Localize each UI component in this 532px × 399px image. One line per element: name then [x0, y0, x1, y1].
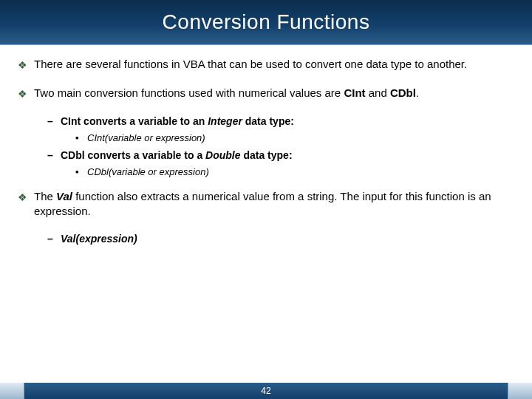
- text-run: and: [366, 86, 390, 99]
- text-bold: CDbl: [390, 86, 416, 99]
- bullet-text: Two main conversion functions used with …: [34, 86, 514, 101]
- sub-sub-bullet-item: ▪ CInt(variable or expression): [75, 132, 514, 145]
- text-bold: CDbl: [61, 149, 85, 161]
- code-text: CInt(variable or expression): [87, 132, 514, 145]
- page-number: 42: [261, 386, 270, 396]
- sub-bullet-text: CInt converts a variable to an Integer d…: [61, 115, 514, 129]
- slide-footer: 42: [0, 383, 532, 399]
- text-bold-italic: Double: [205, 149, 240, 161]
- text-bold: converts a variable to a: [85, 149, 205, 161]
- text-run: function also extracts a numerical value…: [34, 190, 491, 217]
- sub-bullet-item: – Val(expression): [47, 232, 514, 246]
- text-bold: data type:: [241, 149, 293, 161]
- bullet-item: ❖ There are several functions in VBA tha…: [18, 57, 514, 72]
- text-bold: converts a variable to an: [81, 115, 208, 127]
- dash-bullet-icon: –: [47, 149, 61, 163]
- dash-bullet-icon: –: [47, 232, 61, 246]
- diamond-bullet-icon: ❖: [18, 189, 34, 219]
- slide-header: Conversion Functions: [0, 0, 532, 45]
- dash-bullet-icon: –: [47, 115, 61, 129]
- bullet-text: The Val function also extracts a numeric…: [34, 189, 514, 219]
- text-run: .: [416, 86, 419, 99]
- bullet-item: ❖ Two main conversion functions used wit…: [18, 86, 514, 101]
- bullet-item: ❖ The Val function also extracts a numer…: [18, 189, 514, 219]
- sub-bullet-item: – CDbl converts a variable to a Double d…: [47, 149, 514, 163]
- code-text: CDbl(variable or expression): [87, 166, 514, 179]
- slide-title: Conversion Functions: [163, 10, 370, 34]
- slide-content: ❖ There are several functions in VBA tha…: [0, 45, 532, 246]
- diamond-bullet-icon: ❖: [18, 86, 34, 101]
- text-run: Two main conversion functions used with …: [34, 86, 344, 99]
- code-text: Val(expression): [61, 233, 137, 245]
- text-run: The: [34, 190, 56, 202]
- bullet-text: There are several functions in VBA that …: [34, 57, 514, 72]
- text-bold-italic: Integer: [208, 115, 242, 127]
- sub-bullet-item: – CInt converts a variable to an Integer…: [47, 115, 514, 129]
- text-bold: CInt: [344, 86, 365, 99]
- sub-bullet-text: Val(expression): [61, 232, 514, 246]
- text-bold: CInt: [61, 115, 81, 127]
- text-bold-italic: Val: [56, 190, 72, 202]
- square-bullet-icon: ▪: [75, 132, 87, 145]
- text-bold: data type:: [242, 115, 294, 127]
- sub-bullet-text: CDbl converts a variable to a Double dat…: [61, 149, 514, 163]
- sub-sub-bullet-item: ▪ CDbl(variable or expression): [75, 166, 514, 179]
- square-bullet-icon: ▪: [75, 166, 87, 179]
- diamond-bullet-icon: ❖: [18, 57, 34, 72]
